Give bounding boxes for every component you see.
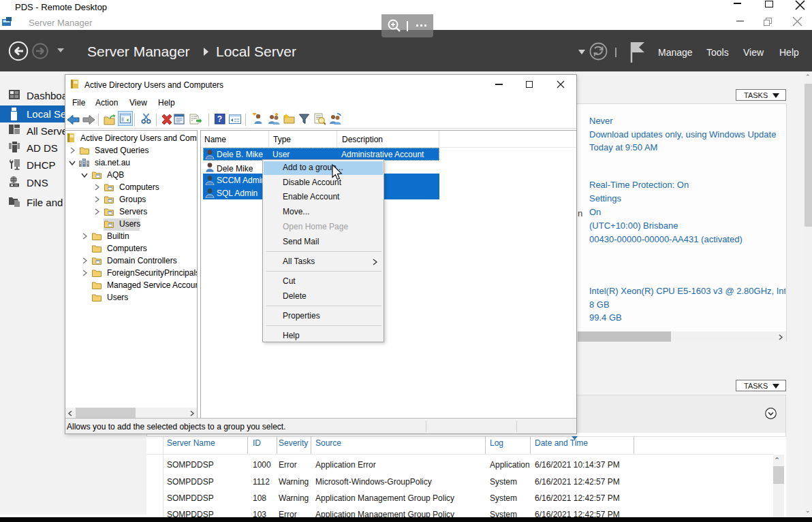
svg-text:?: ? <box>217 114 222 124</box>
